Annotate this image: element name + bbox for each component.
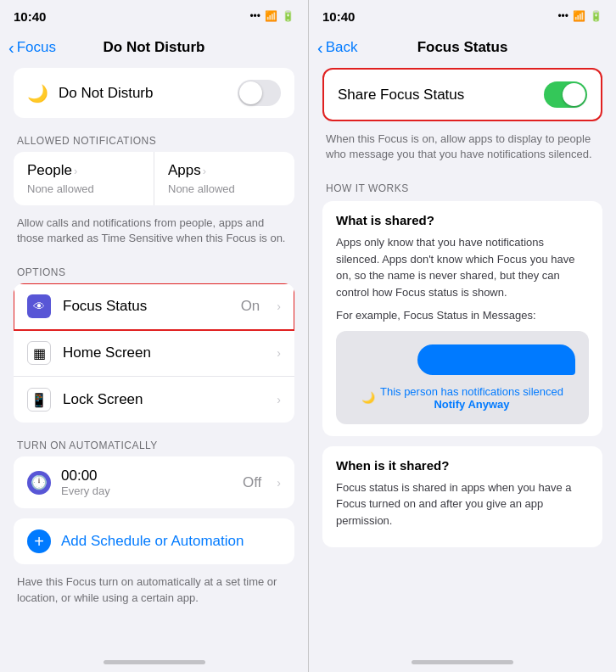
- when-shared-title: When is it shared?: [336, 458, 589, 473]
- status-icons-right: ••• 📶 🔋: [557, 10, 602, 22]
- allowed-grid-row: People › None allowed Apps › None allowe…: [14, 152, 294, 205]
- people-title: People ›: [27, 162, 140, 179]
- home-bar-left: [104, 660, 205, 664]
- back-button-left[interactable]: ‹ Focus: [8, 39, 56, 56]
- signal-icon: •••: [249, 10, 260, 22]
- do-not-disturb-section: 🌙 Do Not Disturb: [14, 68, 294, 118]
- add-schedule-section: + Add Schedule or Automation: [14, 518, 294, 564]
- back-label-left: Focus: [17, 39, 56, 56]
- share-description: When this Focus is on, allow apps to dis…: [322, 132, 602, 172]
- footer-text: Have this Focus turn on automatically at…: [14, 571, 294, 619]
- share-toggle-knob: [563, 83, 585, 106]
- add-schedule-label: Add Schedule or Automation: [61, 533, 281, 550]
- schedule-chevron-icon: ›: [277, 476, 281, 490]
- schedule-value: Off: [243, 474, 261, 491]
- focus-status-value: On: [241, 298, 260, 315]
- share-label: Share Focus Status: [338, 87, 544, 104]
- share-toggle-section: Share Focus Status: [322, 68, 602, 121]
- left-panel: 10:40 ••• 📶 🔋 ‹ Focus Do Not Disturb 🌙 D…: [0, 0, 308, 672]
- nav-bar-left: ‹ Focus Do Not Disturb: [0, 31, 308, 68]
- focus-status-chevron-icon: ›: [277, 300, 281, 313]
- apps-chevron-icon: ›: [203, 165, 206, 177]
- time-right: 10:40: [322, 9, 355, 24]
- nav-bar-right: ‹ Back Focus Status: [309, 31, 616, 68]
- allowed-header: ALLOWED NOTIFICATIONS: [14, 128, 294, 152]
- auto-section: 🕛 00:00 Every day Off ›: [14, 456, 294, 508]
- what-is-shared-title: What is shared?: [336, 213, 589, 227]
- people-subtitle: None allowed: [27, 182, 140, 195]
- share-toggle[interactable]: [544, 81, 587, 108]
- when-shared-card: When is it shared? Focus status is share…: [322, 446, 602, 548]
- apps-cell[interactable]: Apps › None allowed: [154, 152, 294, 205]
- focus-icon-glyph: 👁: [33, 300, 45, 313]
- lock-screen-chevron-icon: ›: [277, 393, 281, 406]
- chat-moon-icon: 🌙: [361, 391, 375, 404]
- chevron-left-icon: ‹: [8, 39, 14, 56]
- for-example-text: For example, Focus Status in Messages:: [336, 307, 589, 324]
- apps-title: Apps ›: [168, 162, 281, 179]
- chat-notification: 🌙 This person has notifications silenced…: [350, 385, 575, 411]
- lock-screen-row[interactable]: 📱 Lock Screen ›: [14, 377, 294, 423]
- apps-label: Apps: [168, 162, 201, 179]
- home-screen-chevron-icon: ›: [277, 346, 281, 360]
- clock-icon: 🕛: [27, 471, 51, 495]
- apps-subtitle: None allowed: [168, 182, 281, 195]
- lock-screen-label: Lock Screen: [63, 391, 265, 408]
- right-content: Share Focus Status When this Focus is on…: [309, 68, 616, 655]
- wifi-icon: 📶: [265, 10, 277, 22]
- right-panel: 10:40 ••• 📶 🔋 ‹ Back Focus Status Share …: [308, 0, 616, 672]
- turn-on-header: TURN ON AUTOMATICALLY: [14, 433, 294, 456]
- home-indicator-left: [0, 655, 308, 672]
- home-screen-icon: ▦: [27, 341, 51, 365]
- home-indicator-right: [309, 655, 616, 672]
- schedule-time: 00:00: [61, 468, 232, 484]
- chat-notify-group: This person has notifications silenced N…: [380, 385, 563, 411]
- nav-title-right: Focus Status: [417, 39, 508, 56]
- people-cell[interactable]: People › None allowed: [14, 152, 154, 205]
- status-bar-right: 10:40 ••• 📶 🔋: [309, 0, 616, 31]
- chat-demo: 🌙 This person has notifications silenced…: [336, 331, 589, 424]
- add-schedule-row[interactable]: + Add Schedule or Automation: [14, 518, 294, 564]
- plus-icon: +: [27, 529, 51, 553]
- left-content: 🌙 Do Not Disturb ALLOWED NOTIFICATIONS P…: [0, 68, 308, 655]
- notify-text: This person has notifications silenced: [380, 385, 563, 398]
- people-chevron-icon: ›: [74, 165, 77, 177]
- chat-bubble: [417, 344, 575, 375]
- time-left: 10:40: [14, 9, 46, 24]
- battery-icon-right: 🔋: [590, 10, 602, 22]
- notify-anyway-text[interactable]: Notify Anyway: [380, 398, 563, 411]
- do-not-disturb-row[interactable]: 🌙 Do Not Disturb: [14, 68, 294, 118]
- lock-icon-glyph: 📱: [31, 392, 48, 408]
- allowed-description: Allow calls and notifications from peopl…: [14, 209, 294, 256]
- home-icon-glyph: ▦: [33, 345, 46, 361]
- nav-title-left: Do Not Disturb: [104, 39, 205, 56]
- home-screen-row[interactable]: ▦ Home Screen ›: [14, 330, 294, 377]
- share-toggle-row[interactable]: Share Focus Status: [324, 70, 601, 120]
- back-label-right: Back: [326, 39, 358, 56]
- options-header: OPTIONS: [14, 260, 294, 283]
- people-label: People: [27, 162, 72, 179]
- back-button-right[interactable]: ‹ Back: [317, 39, 357, 56]
- focus-status-label: Focus Status: [63, 298, 229, 315]
- lock-screen-icon: 📱: [27, 388, 51, 412]
- schedule-row[interactable]: 🕛 00:00 Every day Off ›: [14, 456, 294, 508]
- focus-status-row[interactable]: 👁 Focus Status On ›: [14, 283, 294, 330]
- how-it-works-header: HOW IT WORKS: [322, 172, 602, 201]
- wifi-icon-right: 📶: [573, 10, 585, 22]
- status-icons-left: ••• 📶 🔋: [249, 10, 294, 22]
- home-screen-label: Home Screen: [63, 344, 265, 361]
- focus-status-icon: 👁: [27, 294, 51, 318]
- battery-icon: 🔋: [282, 10, 294, 22]
- allowed-notifications-section: People › None allowed Apps › None allowe…: [14, 152, 294, 205]
- do-not-disturb-label: Do Not Disturb: [59, 85, 227, 102]
- toggle-knob: [239, 81, 262, 104]
- schedule-label-group: 00:00 Every day: [61, 468, 232, 497]
- do-not-disturb-toggle[interactable]: [238, 80, 281, 106]
- options-section: 👁 Focus Status On › ▦ Home Screen › 📱 Lo…: [14, 283, 294, 423]
- moon-icon: 🌙: [27, 83, 48, 104]
- signal-dots-icon: •••: [557, 10, 568, 22]
- what-is-shared-card: What is shared? Apps only know that you …: [322, 201, 602, 436]
- when-shared-text: Focus status is shared in apps when you …: [336, 479, 589, 529]
- chevron-left-icon-right: ‹: [317, 39, 323, 56]
- status-bar-left: 10:40 ••• 📶 🔋: [0, 0, 308, 31]
